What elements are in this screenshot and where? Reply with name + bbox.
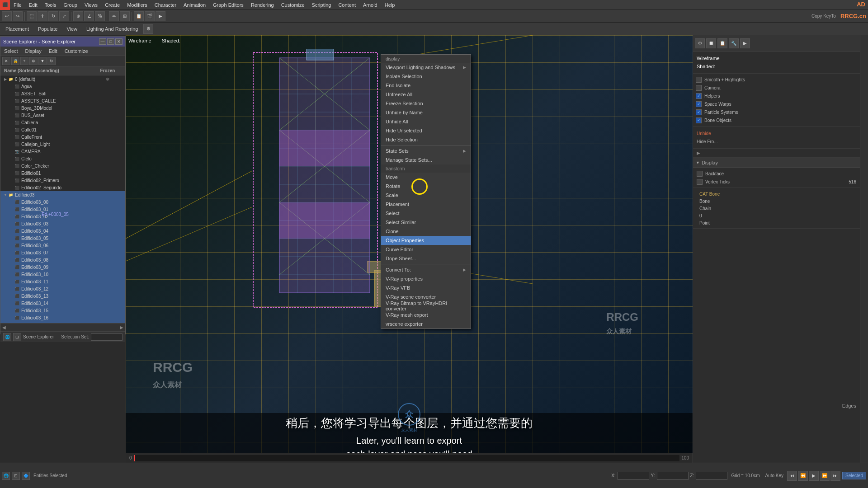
ctx-hide-unselected[interactable]: Hide Unselected [381,126,471,135]
play-prev[interactable]: ⏪ [798,471,808,481]
rmp-icon-4[interactable]: 🔧 [729,38,739,48]
tb-rotate[interactable]: ↻ [48,11,58,21]
cb-backface[interactable] [697,171,703,177]
ctx-dope-sheet[interactable]: Dope Sheet... [381,254,471,263]
menu-arnold[interactable]: Arnold [359,1,381,9]
se-menu-customize[interactable]: Customize [61,47,92,55]
ctx-scale[interactable]: Scale [381,191,471,200]
menu-help[interactable]: Help [381,1,399,9]
status-icon-1[interactable]: 🌐 [2,472,10,480]
tb-view[interactable]: View [63,25,81,33]
tree-item[interactable]: ⬛Edificio02_Primero [0,177,125,184]
tb-snap[interactable]: ⊕ [73,11,83,21]
rmp-display-header[interactable]: ▼ Display [693,158,860,168]
ctx-state-sets[interactable]: State Sets ▶ [381,146,471,155]
close-btn[interactable]: ✕ [115,38,123,45]
play-btn[interactable]: ▶ [809,471,819,481]
tree-item[interactable]: ⬛Edificio03_11 [0,278,125,285]
tb-mirror[interactable]: ⇔ [109,11,119,21]
tree-item[interactable]: ⬛Edificio03_12 [0,285,125,292]
tree-item[interactable]: ⬛ASSET_Sofi [0,90,125,97]
tree-item[interactable]: ⬛Calle01 [0,126,125,133]
ctx-freeze-selection[interactable]: Freeze Selection [381,99,471,108]
cb-vertex-ticks[interactable] [697,179,703,185]
tree-item[interactable]: ⬛Edificio03_04 [0,227,125,235]
tree-item[interactable]: ⬛BUS_Asset [0,112,125,119]
tree-item[interactable]: ⬛ASSETS_CALLE [0,97,125,104]
ctx-vray-scene-converter[interactable]: V-Ray scene converter [381,292,471,301]
ctx-vray-bitmap[interactable]: V-Ray Bitmap to VRayHDRI converter [381,301,471,310]
tree-item[interactable]: ⬛Boya_3DModel [0,104,125,112]
cb-particles[interactable]: ✓ [696,109,702,115]
se-tb-refresh[interactable]: ↻ [47,57,56,65]
tree-item[interactable]: ⬛Edificio03_14 [0,300,125,307]
ctx-isolate-selection[interactable]: Isolate Selection [381,72,471,81]
se-tb-add[interactable]: ⊕ [29,57,38,65]
se-menu-display[interactable]: Display [22,47,45,55]
ctx-unhide-by-name[interactable]: Unhide by Name [381,108,471,117]
se-bottom-icon2[interactable]: ⊡ [13,333,21,341]
tree-item[interactable]: ⬛Edificio03_13 [0,292,125,300]
tree-item[interactable]: ⬛Agua [0,83,125,90]
tree-item[interactable]: 📷CAMERA [0,148,125,155]
timeline-track[interactable] [134,455,680,461]
tree-item[interactable]: ⬛Edificio03_10 [0,271,125,278]
ctx-placement[interactable]: Placement [381,200,471,209]
tree-item[interactable]: ⬛Edificio03_03 [0,220,125,227]
ctx-manage-state-sets[interactable]: Manage State Sets... [381,155,471,164]
menu-animation[interactable]: Animation [180,1,209,9]
ctx-unhide-all[interactable]: Unhide All [381,117,471,126]
cb-helpers[interactable]: ✓ [696,93,702,99]
tree-item[interactable]: ⬛Cielo [0,155,125,162]
ctx-unfreeze-all[interactable]: Unfreeze All [381,90,471,99]
ctx-vray-mesh[interactable]: V-Ray mesh export [381,310,471,319]
ctx-clone[interactable]: Clone [381,227,471,236]
tb-percent-snap[interactable]: % [95,11,105,21]
tree-item[interactable]: ⬛Edificio03_07 [0,249,125,256]
cb-bone[interactable]: ✓ [696,117,702,123]
tree-item[interactable]: ⬛CalleFront [0,133,125,141]
ctx-hide-selection[interactable]: Hide Selection [381,135,471,144]
se-tb-filter[interactable]: ▼ [38,57,47,65]
tree-item[interactable]: ⬛Edificio02_Segundo [0,184,125,191]
selected-mode-btn[interactable]: Selected [842,472,866,479]
status-icon-3[interactable]: 🔷 [22,472,30,480]
play-end[interactable]: ⏭ [830,471,840,481]
tb-render[interactable]: ▶ [156,11,165,21]
tree-item[interactable]: ⬛Color_Cheker [0,162,125,169]
tree-item[interactable]: ⬛Edificio03_08 [0,256,125,263]
menu-scripting[interactable]: Scripting [308,1,335,9]
tree-item[interactable]: ⬛Edificio03_15 [0,307,125,314]
menu-edit[interactable]: Edit [25,1,41,9]
rmp-icon-2[interactable]: 🔲 [706,38,716,48]
tree-item[interactable]: ⬛Edificio03_09 [0,263,125,271]
menu-file[interactable]: File [10,1,25,9]
tree-item[interactable]: ▶📁0 (default)❄ [0,75,125,83]
se-bottom-icon1[interactable]: 🌐 [3,333,11,341]
tb-move[interactable]: ✛ [38,11,47,21]
ctx-curve-editor[interactable]: Curve Editor [381,245,471,254]
ctx-vrscene[interactable]: vrscene exporter [381,319,471,328]
tree-item[interactable]: ⬛Edificio03_16 [0,314,125,321]
scroll-right[interactable]: ▶ [120,325,123,330]
menu-tools[interactable]: Tools [41,1,60,9]
coord-x-input[interactable] [618,472,649,480]
ctx-vray-vfb[interactable]: V-Ray VFB [381,283,471,292]
maximize-btn[interactable]: □ [107,38,114,45]
tree-item[interactable]: ▼📁Edificio03 [0,191,125,198]
tree-item[interactable]: ⬛Edificio03_05 [0,235,125,242]
ctx-object-properties[interactable]: Object Properties [381,236,471,245]
tree-item[interactable]: ⬛Edificio03_06 [0,242,125,249]
rmp-icon-3[interactable]: 📋 [717,38,727,48]
se-menu-select[interactable]: Select [0,47,22,55]
tb-scale[interactable]: ⤢ [59,11,69,21]
coord-z-input[interactable] [696,472,727,480]
minimize-btn[interactable]: — [99,38,106,45]
tb-select[interactable]: ⬚ [27,11,37,21]
tree-item[interactable]: ⬛Cableria [0,119,125,126]
menu-content[interactable]: Content [335,1,359,9]
tb-undo[interactable]: ↩ [2,11,12,21]
menu-rendering[interactable]: Rendering [247,1,278,9]
se-tb-lock[interactable]: 🔒 [11,57,19,65]
menu-character[interactable]: Character [151,1,180,9]
